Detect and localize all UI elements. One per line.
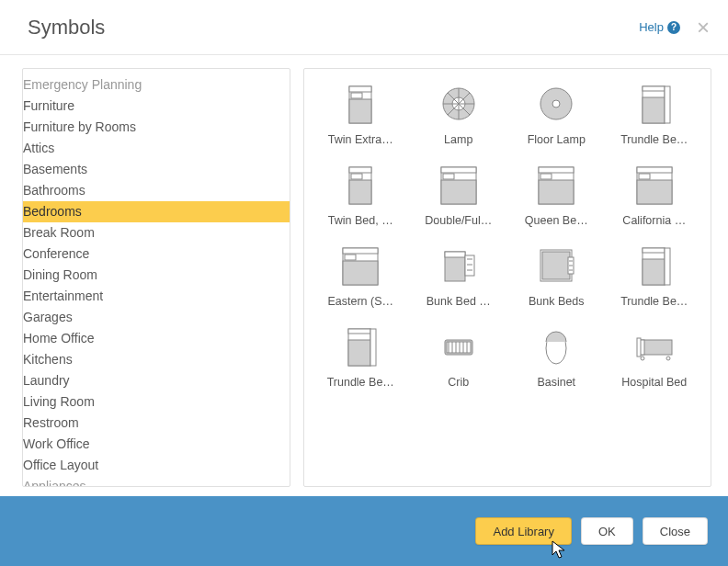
tree-item-office-layout[interactable]: Office Layout <box>23 455 290 476</box>
category-tree[interactable]: Emergency Planning Furniture Furniture b… <box>22 68 290 487</box>
tree-item-by-rooms[interactable]: Furniture by Rooms <box>23 117 290 138</box>
svg-rect-50 <box>643 259 665 285</box>
add-library-button[interactable]: Add Library <box>475 517 571 545</box>
svg-rect-17 <box>349 167 371 173</box>
bed-wide-icon <box>627 161 682 209</box>
symbol-gallery: Twin Extra… Lamp Floor Lamp Trundle Be… … <box>303 68 711 487</box>
symbol-label: California … <box>622 214 686 227</box>
tree-item-room[interactable]: Kitchens <box>23 349 290 370</box>
svg-rect-37 <box>445 252 465 257</box>
dialog-header: Symbols Help ? × <box>0 0 728 55</box>
symbol-item[interactable]: Twin Bed, … <box>315 161 406 227</box>
symbol-item[interactable]: Hospital Bed <box>609 323 700 389</box>
lamp-icon <box>431 80 486 128</box>
tree-item-room[interactable]: Dining Room <box>23 265 290 286</box>
symbol-item[interactable]: Bunk Bed … <box>414 242 505 308</box>
svg-rect-38 <box>465 255 474 276</box>
svg-rect-31 <box>639 174 650 179</box>
symbols-dialog: Symbols Help ? × Emergency Planning Furn… <box>0 0 728 566</box>
tree-item-room[interactable]: Restroom <box>23 413 290 434</box>
bed-wide-icon <box>529 161 584 209</box>
symbol-item[interactable]: Bunk Beds <box>511 242 602 308</box>
symbol-item[interactable]: Lamp <box>414 80 505 146</box>
symbol-item[interactable]: Trundle Be… <box>315 323 406 389</box>
svg-rect-18 <box>349 180 371 204</box>
tree-item-room[interactable]: Attics <box>23 138 290 159</box>
bed-wide-icon <box>333 242 388 289</box>
svg-rect-55 <box>370 329 376 366</box>
crib-icon <box>431 323 486 370</box>
svg-point-69 <box>666 357 670 360</box>
svg-rect-13 <box>643 86 665 91</box>
symbol-label: Trundle Be… <box>620 133 688 146</box>
svg-rect-35 <box>345 255 356 260</box>
symbol-item[interactable]: Crib <box>414 323 505 389</box>
svg-rect-15 <box>665 86 670 123</box>
help-icon: ? <box>667 21 680 34</box>
svg-rect-49 <box>643 248 665 253</box>
tree-item-furniture[interactable]: Furniture <box>23 96 290 117</box>
symbol-label: Lamp <box>444 133 472 146</box>
tree-item-room[interactable]: Garages <box>23 307 290 328</box>
svg-rect-3 <box>351 93 362 98</box>
symbol-item[interactable]: Floor Lamp <box>511 80 602 146</box>
svg-rect-33 <box>343 248 378 254</box>
bed-narrow-icon <box>333 161 388 209</box>
tree-item-room[interactable]: Work Office <box>23 434 290 455</box>
dialog-footer: Add Library OK Close <box>0 496 728 566</box>
bunk-single-icon <box>431 242 486 289</box>
tree-item-room[interactable]: Bedrooms <box>23 201 290 222</box>
dialog-title: Symbols <box>28 16 639 40</box>
symbol-item[interactable]: Trundle Be… <box>609 242 700 308</box>
help-link[interactable]: Help ? <box>639 20 680 34</box>
symbol-label: Bunk Beds <box>529 295 584 308</box>
close-button[interactable]: Close <box>643 517 708 545</box>
svg-rect-43 <box>542 252 570 279</box>
svg-rect-34 <box>343 261 378 285</box>
tree-item-room[interactable]: Laundry <box>23 370 290 391</box>
close-icon[interactable]: × <box>697 17 710 39</box>
svg-rect-23 <box>443 174 454 179</box>
basinet-icon <box>529 323 584 370</box>
trundle-icon <box>333 323 388 370</box>
symbol-item[interactable]: Double/Ful… <box>414 161 505 227</box>
symbol-label: Hospital Bed <box>621 376 687 389</box>
tree-item-cut-bottom: Appliances <box>23 476 290 487</box>
trundle-icon <box>627 242 682 289</box>
svg-point-11 <box>552 100 560 108</box>
dialog-body: Emergency Planning Furniture Furniture b… <box>0 55 728 496</box>
svg-rect-14 <box>643 97 665 123</box>
tree-item-room[interactable]: Entertainment <box>23 286 290 307</box>
help-label: Help <box>639 20 664 34</box>
symbol-label: Trundle Be… <box>327 376 394 389</box>
svg-rect-1 <box>349 86 371 92</box>
symbol-label: Twin Bed, … <box>328 214 393 227</box>
svg-rect-54 <box>348 340 370 366</box>
tree-item-room[interactable]: Break Room <box>23 222 290 243</box>
tree-item-room[interactable]: Basements <box>23 159 290 180</box>
svg-rect-67 <box>637 338 641 357</box>
symbol-item[interactable]: Basinet <box>511 323 602 389</box>
symbol-label: Queen Be… <box>525 214 588 227</box>
svg-rect-53 <box>348 329 370 334</box>
tree-item-room[interactable]: Home Office <box>23 328 290 349</box>
svg-rect-22 <box>441 180 476 204</box>
symbol-item[interactable]: Queen Be… <box>511 161 602 227</box>
symbol-label: Twin Extra… <box>328 133 393 146</box>
symbol-item[interactable]: California … <box>609 161 700 227</box>
symbol-item[interactable]: Eastern (S… <box>315 242 406 308</box>
symbol-item[interactable]: Trundle Be… <box>609 80 700 146</box>
trundle-icon <box>627 80 682 128</box>
tree-item-room[interactable]: Living Room <box>23 391 290 413</box>
symbol-label: Double/Ful… <box>425 214 492 227</box>
tree-item-room[interactable]: Bathrooms <box>23 180 290 201</box>
symbol-label: Trundle Be… <box>620 295 688 308</box>
symbol-item[interactable]: Twin Extra… <box>315 80 406 146</box>
svg-rect-21 <box>441 167 476 173</box>
tree-item-cut-top: Emergency Planning <box>23 74 290 96</box>
svg-rect-30 <box>637 180 672 204</box>
tree-item-room[interactable]: Conference <box>23 243 290 265</box>
bed-wide-icon <box>431 161 486 209</box>
ok-button[interactable]: OK <box>581 517 633 545</box>
svg-rect-25 <box>539 167 574 173</box>
